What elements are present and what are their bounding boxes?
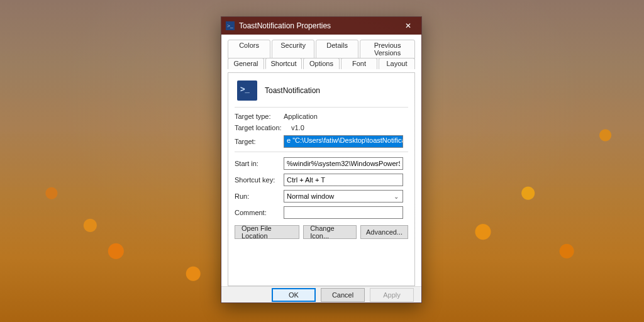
tab-general[interactable]: General [228,58,264,69]
tab-strip: Colors Security Details Previous Version… [228,40,415,69]
tab-options[interactable]: Options [303,58,340,69]
close-icon: ✕ [405,21,411,30]
shortcut-name: ToastNotification [265,86,320,95]
window-title: ToastNotification Properties [239,21,395,30]
chevron-down-icon: ⌄ [391,193,401,200]
tab-details[interactable]: Details [316,40,358,58]
open-file-location-button[interactable]: Open File Location [235,225,299,239]
target-type-label: Target type: [235,113,284,120]
start-in-input[interactable] [284,157,403,170]
target-input[interactable]: e "C:\Users\fatiw\Desktop\toastNotificat… [284,135,403,148]
tab-previous-versions[interactable]: Previous Versions [360,40,415,58]
target-location-label: Target location: [235,124,291,131]
start-in-label: Start in: [235,160,284,167]
target-location-value: v1.0 [291,124,304,131]
ok-button[interactable]: OK [272,288,316,302]
shortcut-key-input[interactable] [284,174,403,186]
tab-body-shortcut: ToastNotification Target type: Applicati… [228,72,415,286]
tab-colors[interactable]: Colors [228,40,270,58]
cancel-button[interactable]: Cancel [321,288,365,302]
properties-dialog: >_ ToastNotification Properties ✕ Colors… [221,16,422,303]
svg-rect-0 [226,21,235,30]
divider [235,107,408,108]
client-area: Colors Security Details Previous Version… [221,35,421,286]
powershell-icon [237,80,257,101]
comment-label: Comment: [235,209,284,216]
tab-font[interactable]: Font [341,58,377,69]
tab-security[interactable]: Security [272,40,314,58]
close-button[interactable]: ✕ [395,17,421,35]
app-icon: >_ [225,21,235,31]
divider [235,152,408,152]
comment-input[interactable] [284,206,403,219]
shortcut-key-label: Shortcut key: [235,176,284,184]
svg-text:>_: >_ [227,23,233,29]
target-type-value: Application [284,113,318,120]
target-label: Target: [235,138,284,145]
change-icon-button[interactable]: Change Icon... [303,225,357,239]
desktop-wallpaper: >_ ToastNotification Properties ✕ Colors… [0,0,644,322]
run-value: Normal window [287,192,334,200]
advanced-button[interactable]: Advanced... [360,225,408,239]
dialog-footer: OK Cancel Apply [221,286,421,303]
titlebar[interactable]: >_ ToastNotification Properties ✕ [221,17,421,35]
tab-layout[interactable]: Layout [379,58,415,69]
run-label: Run: [235,192,284,200]
tab-shortcut[interactable]: Shortcut [265,58,302,69]
run-combobox[interactable]: Normal window ⌄ [284,190,403,203]
apply-button: Apply [370,288,414,302]
